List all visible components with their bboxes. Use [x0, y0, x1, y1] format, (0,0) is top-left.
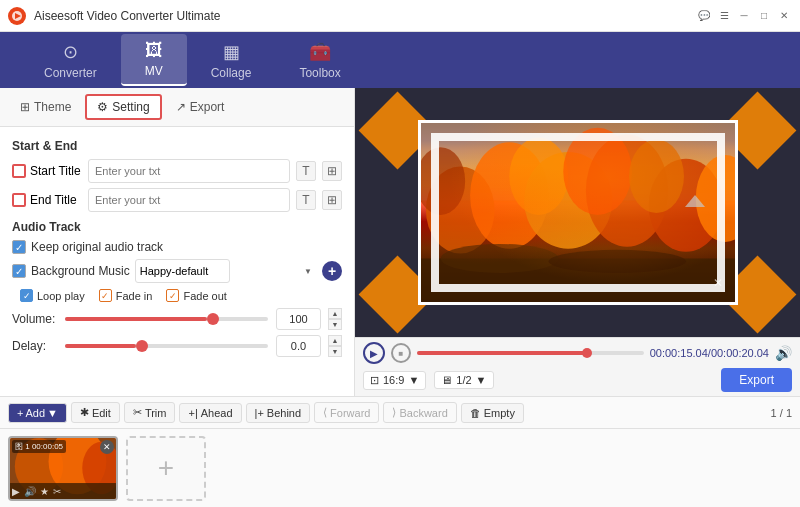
volume-spin-down[interactable]: ▼: [328, 319, 342, 330]
backward-button[interactable]: ⟩ Backward: [383, 402, 456, 423]
progress-fill: [417, 351, 587, 355]
start-title-layout-btn[interactable]: ⊞: [322, 161, 342, 181]
menu-button[interactable]: ☰: [716, 8, 732, 24]
progress-track[interactable]: [417, 351, 644, 355]
volume-value[interactable]: 100: [276, 308, 321, 330]
fade-out-option: Fade out: [166, 289, 226, 302]
volume-slider-thumb[interactable]: [207, 313, 219, 325]
start-title-input[interactable]: [88, 159, 290, 183]
collage-icon: ▦: [223, 41, 240, 63]
bg-music-select-wrapper: Happy-default Calm Energetic: [135, 259, 317, 283]
sub-tabs: ⊞ Theme ⚙ Setting ↗ Export: [0, 88, 354, 127]
clip-star-icon: ★: [40, 486, 49, 497]
maximize-button[interactable]: □: [756, 8, 772, 24]
delay-value[interactable]: 0.0: [276, 335, 321, 357]
fade-out-checkbox[interactable]: [166, 289, 179, 302]
add-clip-button[interactable]: +: [126, 436, 206, 501]
empty-button[interactable]: 🗑 Empty: [461, 403, 524, 423]
play-button[interactable]: ▶: [363, 342, 385, 364]
clip-close-btn[interactable]: ✕: [100, 440, 114, 454]
triangle-indicator: [685, 195, 705, 207]
delay-label: Delay:: [12, 339, 57, 353]
audio-options-row: Loop play Fade in Fade out: [12, 289, 342, 302]
delay-slider-track[interactable]: [65, 344, 268, 348]
end-title-input[interactable]: [88, 188, 290, 212]
tab-converter-label: Converter: [44, 66, 97, 80]
ratio-chevron: ▼: [408, 374, 419, 386]
tab-mv[interactable]: 🖼 MV: [121, 34, 187, 86]
export-button[interactable]: Export: [721, 368, 792, 392]
delay-spin-down[interactable]: ▼: [328, 346, 342, 357]
start-title-checkbox[interactable]: [12, 164, 26, 178]
add-label: Add: [25, 407, 45, 419]
trim-icon: ✂: [133, 406, 142, 419]
add-button[interactable]: + Add ▼: [8, 403, 67, 423]
empty-label: Empty: [484, 407, 515, 419]
sub-tab-theme[interactable]: ⊞ Theme: [10, 96, 81, 118]
progress-row: ▶ ■ 00:00:15.04/00:00:20.04 🔊: [363, 342, 792, 364]
sub-tab-setting[interactable]: ⚙ Setting: [85, 94, 161, 120]
tab-collage-label: Collage: [211, 66, 252, 80]
minimize-button[interactable]: ─: [736, 8, 752, 24]
trim-label: Trim: [145, 407, 167, 419]
forward-button[interactable]: ⟨ Forward: [314, 402, 379, 423]
theme-icon: ⊞: [20, 100, 30, 114]
forward-label: Forward: [330, 407, 370, 419]
delay-slider-thumb[interactable]: [136, 340, 148, 352]
volume-slider-track[interactable]: [65, 317, 268, 321]
tab-toolbox[interactable]: 🧰 Toolbox: [275, 35, 364, 86]
ratio-value: 16:9: [383, 374, 404, 386]
volume-spin-up[interactable]: ▲: [328, 308, 342, 319]
resolution-select[interactable]: 🖥 1/2 ▼: [434, 371, 493, 389]
end-title-layout-btn[interactable]: ⊞: [322, 190, 342, 210]
behind-button[interactable]: |+ Behind: [246, 403, 311, 423]
bg-music-select[interactable]: Happy-default Calm Energetic: [135, 259, 230, 283]
end-title-checkbox[interactable]: [12, 193, 26, 207]
preview-close-btn[interactable]: ✕: [713, 276, 723, 290]
loop-play-option: Loop play: [20, 289, 85, 302]
sub-tab-export[interactable]: ↗ Export: [166, 96, 235, 118]
backward-label: Backward: [399, 407, 447, 419]
setting-label: Setting: [112, 100, 149, 114]
trim-button[interactable]: ✂ Trim: [124, 402, 176, 423]
keep-original-checkbox[interactable]: [12, 240, 26, 254]
left-panel: ⊞ Theme ⚙ Setting ↗ Export Start & End: [0, 88, 355, 396]
close-button[interactable]: ✕: [776, 8, 792, 24]
volume-icon[interactable]: 🔊: [775, 345, 792, 361]
theme-label: Theme: [34, 100, 71, 114]
volume-row: Volume: 100 ▲ ▼: [12, 308, 342, 330]
panels-row: ⊞ Theme ⚙ Setting ↗ Export Start & End: [0, 88, 800, 396]
delay-slider-fill: [65, 344, 136, 348]
stop-button[interactable]: ■: [391, 343, 411, 363]
add-music-button[interactable]: +: [322, 261, 342, 281]
aspect-ratio-select[interactable]: ⊡ 16:9 ▼: [363, 371, 426, 390]
clip-thumbnail[interactable]: 图 1 00:00:05 ✕ ▶ 🔊 ★ ✂: [8, 436, 118, 501]
loop-play-checkbox[interactable]: [20, 289, 33, 302]
empty-icon: 🗑: [470, 407, 481, 419]
volume-spin-btns: ▲ ▼: [328, 308, 342, 330]
volume-label: Volume:: [12, 312, 57, 326]
progress-thumb[interactable]: [582, 348, 592, 358]
chat-button[interactable]: 💬: [696, 8, 712, 24]
audio-track-title: Audio Track: [12, 220, 342, 234]
current-time: 00:00:15.04: [650, 347, 708, 359]
ahead-button[interactable]: +| Ahead: [179, 403, 241, 423]
bg-music-checkbox[interactable]: [12, 264, 26, 278]
clip-scissors-icon: ✂: [53, 486, 61, 497]
tab-collage[interactable]: ▦ Collage: [187, 35, 276, 86]
keep-original-row: Keep original audio track: [12, 240, 342, 254]
edit-button[interactable]: ✱ Edit: [71, 402, 120, 423]
converter-icon: ⊙: [63, 41, 78, 63]
end-title-font-btn[interactable]: T: [296, 190, 316, 210]
start-title-font-btn[interactable]: T: [296, 161, 316, 181]
delay-spin-up[interactable]: ▲: [328, 335, 342, 346]
end-title-row: End Title T ⊞: [12, 188, 342, 212]
tab-converter[interactable]: ⊙ Converter: [20, 35, 121, 86]
settings-panel: Start & End Start Title T ⊞ End Title: [0, 127, 354, 396]
app-title: Aiseesoft Video Converter Ultimate: [34, 9, 696, 23]
start-title-row: Start Title T ⊞: [12, 159, 342, 183]
forest-background: [421, 123, 735, 302]
behind-icon: |+: [255, 407, 264, 419]
fade-in-checkbox[interactable]: [99, 289, 112, 302]
add-chevron-icon: ▼: [47, 407, 58, 419]
